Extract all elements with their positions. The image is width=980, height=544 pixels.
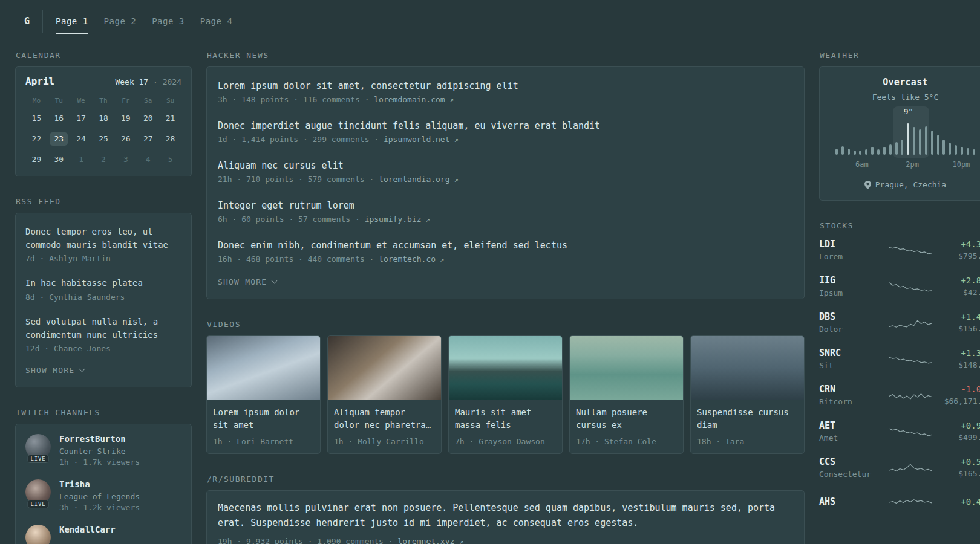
hn-item-domain-link[interactable]: loremdomain.com <box>374 95 445 104</box>
stock-name: Sit <box>819 361 887 370</box>
rss-show-more-button[interactable]: SHOW MORE <box>25 360 181 382</box>
video-title: Aliquam tempor dolor nec pharetra… <box>334 406 435 432</box>
external-link-icon: ↗ <box>436 255 444 264</box>
hn-item-title[interactable]: Aliquam nec cursus elit <box>218 160 793 172</box>
stock-row[interactable]: LDILorem+4.35%$795.18 <box>819 239 980 261</box>
calendar-day: 20 <box>137 112 159 125</box>
stock-row[interactable]: IIGIpsum+2.84%$42.04 <box>819 275 980 297</box>
stock-info: SNRCSit <box>819 348 887 370</box>
tab-page-1[interactable]: Page 1 <box>56 0 88 42</box>
topbar: G Page 1Page 2Page 3Page 4 <box>0 0 980 42</box>
stock-name: Ipsum <box>819 288 887 297</box>
stock-row[interactable]: CRNBitcorn-1.00%$66,171.48 <box>819 384 980 406</box>
calendar-weekday: Fr <box>114 97 137 105</box>
stock-sparkline <box>889 386 932 404</box>
twitch-channel-game: League of Legends <box>59 492 140 501</box>
avatar[interactable]: LIVE <box>25 479 51 505</box>
twitch-channel-name[interactable]: KendallCarr <box>59 525 116 534</box>
video-card-body: Suspendisse cursus diam18h · Tara <box>691 400 804 453</box>
calendar-grid: MoTuWeThFrSaSu15161718192021222324252627… <box>25 97 181 166</box>
hn-item-meta: 16h · 468 points · 440 comments · loremt… <box>218 254 793 264</box>
stocks-widget: STOCKS LDILorem+4.35%$795.18IIGIpsum+2.8… <box>819 221 980 511</box>
weather-current-temp: 9° <box>904 107 913 116</box>
video-meta: 17h · Stefan Cole <box>576 437 677 446</box>
stock-symbol: IIG <box>819 275 887 286</box>
tab-page-2[interactable]: Page 2 <box>104 0 137 42</box>
video-card[interactable]: Lorem ipsum dolor sit amet consectetu…1h… <box>206 335 321 454</box>
hn-item: Integer eget rutrum lorem6h · 60 points … <box>218 192 793 232</box>
calendar-month: April <box>25 76 54 87</box>
video-card[interactable]: Aliquam tempor dolor nec pharetra…1h · M… <box>327 335 442 454</box>
subreddit-post-domain-link[interactable]: loremnet.xyz <box>397 537 454 544</box>
video-card[interactable]: Mauris sit amet massa felis7h · Grayson … <box>448 335 563 454</box>
main-content: CALENDAR April Week 17 · 2024 MoTuWeThFr… <box>0 42 980 544</box>
tab-page-3[interactable]: Page 3 <box>152 0 185 42</box>
hn-item-meta: 6h · 60 points · 57 comments · ipsumify.… <box>218 215 793 224</box>
calendar-day: 15 <box>25 112 48 125</box>
calendar-day-number: 27 <box>139 132 157 146</box>
hn-item-title[interactable]: Lorem ipsum dolor sit amet, consectetur … <box>218 80 793 92</box>
app-logo[interactable]: G <box>15 10 43 33</box>
external-link-icon: ↗ <box>459 537 463 544</box>
stock-row[interactable]: SNRCSit+1.36%$148.64 <box>819 348 980 370</box>
video-card[interactable]: Nullam posuere cursus ex17h · Stefan Col… <box>569 335 684 454</box>
rss-item-title[interactable]: Sed volutpat nulla nisl, a condimentum n… <box>25 316 181 342</box>
hn-item-domain-link[interactable]: loremtech.co <box>379 254 436 264</box>
weather-bar <box>942 140 945 155</box>
rss-item-meta: 8d · Cynthia Saunders <box>25 293 181 302</box>
location-pin-icon <box>864 181 871 189</box>
hn-item-stats: 21h · 710 points · 579 comments · <box>218 175 379 184</box>
hn-item-domain-link[interactable]: ipsumify.biz <box>365 215 422 224</box>
twitch-channel-game: Counter-Strike <box>59 447 140 456</box>
stock-info: CCSConsectetur <box>819 456 887 479</box>
calendar-day-number: 16 <box>50 112 68 125</box>
calendar-day-number: 21 <box>162 112 180 125</box>
rss-item-meta: 12d · Chance Jones <box>25 344 181 353</box>
stock-info: IIGIpsum <box>819 275 887 297</box>
hn-item-stats: 3h · 148 points · 116 comments · <box>218 95 374 104</box>
rss-item-title[interactable]: Donec tempor eros leo, ut commodo mauris… <box>25 225 181 251</box>
stock-change: +0.46% <box>933 497 980 507</box>
weather-bar <box>913 127 915 155</box>
stock-row[interactable]: CCSConsectetur+0.51%$165.84 <box>819 456 980 479</box>
stock-row[interactable]: AETAmet+0.92%$499.72 <box>819 420 980 442</box>
weather-bar <box>841 146 844 155</box>
hn-item-title[interactable]: Donec enim nibh, condimentum et accumsan… <box>218 239 793 252</box>
hn-item-title[interactable]: Donec imperdiet augue tincidunt felis al… <box>218 120 793 132</box>
hn-show-more-button[interactable]: SHOW MORE <box>218 271 793 294</box>
hn-item-domain-link[interactable]: loremlandia.org <box>379 175 449 184</box>
rss-item-title[interactable]: In hac habitasse platea <box>25 277 181 290</box>
stock-row[interactable]: AHS+0.46% <box>819 493 980 511</box>
twitch-channel-name[interactable]: ForrestBurton <box>59 434 140 444</box>
stock-row[interactable]: DBSDolor+1.42%$156.28 <box>819 311 980 334</box>
calendar-day: 22 <box>25 132 48 146</box>
weather-bar <box>835 149 838 155</box>
rss-item: Donec tempor eros leo, ut commodo mauris… <box>25 218 181 270</box>
videos-row: Lorem ipsum dolor sit amet consectetu…1h… <box>206 335 805 454</box>
rss-card: Donec tempor eros leo, ut commodo mauris… <box>15 213 192 387</box>
stock-change: +1.36% <box>933 348 980 358</box>
stock-sparkline <box>889 493 932 511</box>
stock-sparkline <box>889 314 932 332</box>
avatar[interactable] <box>25 525 51 544</box>
calendar-weekday: Tu <box>48 97 70 105</box>
twitch-widget: TWITCH CHANNELS LIVEForrestBurtonCounter… <box>15 408 192 544</box>
show-more-label: SHOW MORE <box>25 366 74 375</box>
tab-page-4[interactable]: Page 4 <box>200 0 233 42</box>
twitch-channel-name[interactable]: Trisha <box>59 479 140 489</box>
hn-item-title[interactable]: Integer eget rutrum lorem <box>218 199 793 212</box>
subreddit-card: Maecenas mollis pulvinar erat non posuer… <box>206 490 805 544</box>
calendar-day-today: 23 <box>48 132 70 146</box>
calendar-day: 19 <box>114 112 137 125</box>
widget-title-calendar: CALENDAR <box>16 51 192 60</box>
avatar[interactable]: LIVE <box>25 434 51 459</box>
weather-time-label: 10pm <box>952 160 970 169</box>
video-card[interactable]: Suspendisse cursus diam18h · Tara <box>690 335 805 454</box>
hn-item-domain-link[interactable]: ipsumworld.net <box>384 135 450 144</box>
calendar-day: 30 <box>48 153 70 166</box>
calendar-day: 5 <box>159 153 181 166</box>
page-tabs: Page 1Page 2Page 3Page 4 <box>56 0 232 42</box>
subreddit-post-text[interactable]: Maecenas mollis pulvinar erat non posuer… <box>218 500 793 531</box>
weather-bar <box>949 143 951 155</box>
calendar-day: 3 <box>114 153 137 166</box>
